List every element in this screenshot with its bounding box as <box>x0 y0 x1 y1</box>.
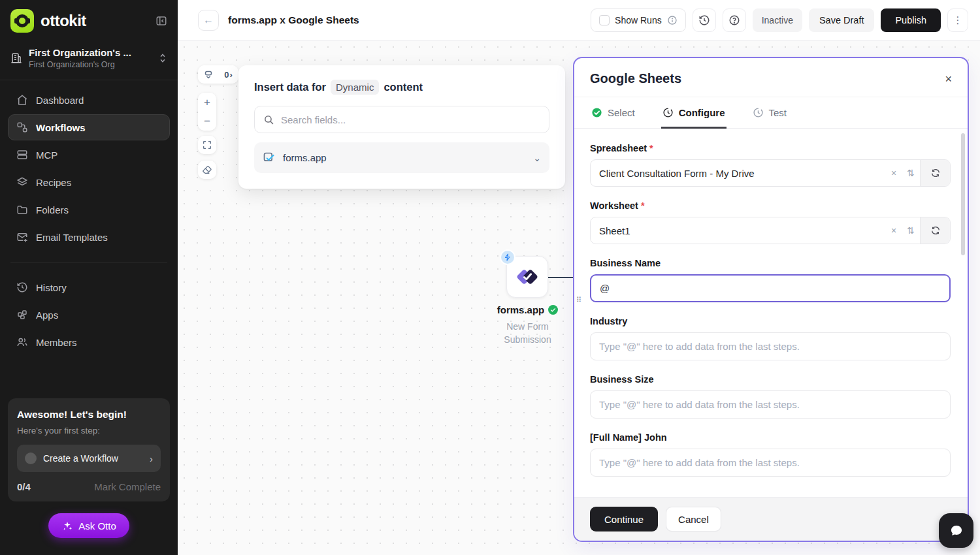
business-name-input[interactable] <box>590 274 951 302</box>
onboarding-title: Awesome! Let's begin! <box>17 409 161 420</box>
close-panel-button[interactable]: × <box>945 73 952 85</box>
sidebar-item-workflows[interactable]: Workflows <box>8 114 170 140</box>
worksheet-select[interactable]: Sheet1 × ⇅ <box>590 217 951 244</box>
sidebar-item-mcp[interactable]: MCP <box>8 142 170 168</box>
refresh-spreadsheets-button[interactable] <box>920 160 950 186</box>
onboarding-step-create-workflow[interactable]: Create a Workflow › <box>17 445 161 472</box>
canvas-toolbar-top: 0› <box>198 65 238 84</box>
help-button[interactable] <box>723 8 746 32</box>
version-history-button[interactable] <box>693 8 716 32</box>
runs-count: 0 <box>224 70 229 80</box>
more-options-button[interactable]: ⋮ <box>947 8 968 32</box>
refresh-icon <box>930 225 941 236</box>
sidebar-collapse-button[interactable] <box>155 15 167 27</box>
panel-scrollbar[interactable] <box>961 133 965 255</box>
tab-configure[interactable]: Configure <box>661 97 727 129</box>
field-business-size: Business Size <box>590 374 951 419</box>
business-size-input[interactable] <box>590 390 951 419</box>
folder-icon <box>16 204 28 215</box>
search-icon <box>263 114 274 125</box>
sidebar-item-folders[interactable]: Folders <box>8 197 170 223</box>
step-status-circle <box>25 452 37 464</box>
save-draft-button[interactable]: Save Draft <box>809 8 875 32</box>
layers-icon <box>16 176 28 188</box>
chevron-up-down-icon <box>158 53 167 63</box>
onboarding-progress: 0/4 <box>17 481 31 492</box>
show-runs-toggle[interactable]: Show Runs <box>591 8 686 32</box>
check-circle-icon <box>591 107 602 118</box>
brand-name: ottokit <box>41 12 155 30</box>
workflow-canvas[interactable]: 0› + − Insert data for D <box>178 40 980 555</box>
clear-selection-icon[interactable]: × <box>886 217 902 244</box>
ottokit-logo-icon <box>10 9 34 33</box>
sidebar-item-recipes[interactable]: Recipes <box>8 169 170 195</box>
chat-widget-button[interactable] <box>939 513 973 548</box>
app-group-label: forms.app <box>283 152 526 163</box>
server-icon <box>16 149 28 161</box>
sidebar-item-label: Workflows <box>36 122 86 133</box>
search-fields-input[interactable] <box>281 114 540 125</box>
main-area: ← forms.app x Google Sheets Show Runs In… <box>178 0 980 555</box>
full-name-input[interactable] <box>590 449 951 477</box>
org-name: First Organization's ... <box>29 47 152 58</box>
google-sheets-config-panel: Google Sheets × Select Configure <box>573 57 969 542</box>
continue-button[interactable]: Continue <box>590 507 658 531</box>
org-switcher[interactable]: First Organization's ... First Organizat… <box>0 40 178 80</box>
sidebar-item-label: Email Templates <box>36 232 108 243</box>
select-chevrons-icon[interactable]: ⇅ <box>902 217 920 244</box>
tab-test[interactable]: Test <box>751 97 789 129</box>
clear-selection-icon[interactable]: × <box>886 160 902 186</box>
fit-view-button[interactable] <box>198 136 216 154</box>
eraser-button[interactable] <box>198 161 216 179</box>
info-icon <box>667 15 678 25</box>
ask-otto-button[interactable]: Ask Otto <box>48 513 129 538</box>
field-industry: Industry <box>590 316 951 360</box>
minimap-toggle-button[interactable] <box>198 65 218 84</box>
sidebar-item-apps[interactable]: Apps <box>8 302 170 328</box>
node-labels: forms.app New Form Submission <box>490 304 565 347</box>
back-button[interactable]: ← <box>198 10 219 31</box>
zoom-out-button[interactable]: − <box>198 112 216 131</box>
trigger-node-forms-app[interactable] <box>506 256 548 298</box>
sidebar-nav-primary: Dashboard Workflows MCP Recipes Folders … <box>0 80 178 257</box>
panel-tabs: Select Configure Test <box>574 97 968 129</box>
ask-otto-label: Ask Otto <box>78 520 116 531</box>
mark-complete-button[interactable]: Mark Complete <box>94 481 161 492</box>
industry-input[interactable] <box>590 332 951 360</box>
panel-collapse-icon <box>155 15 167 27</box>
sidebar-divider <box>10 262 167 262</box>
publish-button[interactable]: Publish <box>881 8 941 32</box>
select-chevrons-icon[interactable]: ⇅ <box>902 160 920 186</box>
zoom-in-button[interactable]: + <box>198 93 216 112</box>
sidebar-item-dashboard[interactable]: Dashboard <box>8 87 170 113</box>
panel-drag-handle[interactable]: ⠿ <box>576 298 584 302</box>
mail-plus-icon <box>16 231 28 243</box>
required-mark: * <box>649 143 653 153</box>
tab-select[interactable]: Select <box>590 97 636 129</box>
insert-popup-title: Insert data for Dynamic content <box>254 80 549 95</box>
refresh-worksheets-button[interactable] <box>920 217 950 244</box>
field-full-name: [Full Name] John <box>590 432 951 477</box>
spreadsheet-select[interactable]: Client Consultation Form - My Drive × ⇅ <box>590 159 951 187</box>
apps-grid-icon <box>16 309 28 321</box>
clock-pending-icon <box>753 107 764 118</box>
trigger-lightning-badge <box>500 249 515 265</box>
sidebar-item-email-templates[interactable]: Email Templates <box>8 224 170 250</box>
node-trigger-name: New Form Submission <box>490 320 565 347</box>
node-app-name: forms.app <box>497 304 545 315</box>
onboarding-subtitle: Here's your first step: <box>17 426 161 436</box>
sidebar-item-history[interactable]: History <box>8 274 170 300</box>
clock-pending-icon <box>662 107 674 118</box>
sidebar-item-label: History <box>36 282 67 293</box>
brand-row: ottokit <box>0 0 178 40</box>
sidebar-item-members[interactable]: Members <box>8 329 170 355</box>
arrow-left-icon: ← <box>203 14 214 26</box>
runs-panel-toggle-button[interactable]: 0› <box>218 65 238 84</box>
forms-app-fields-group[interactable]: forms.app ⌄ <box>254 142 549 173</box>
app-root: ottokit First Organization's ... First O… <box>0 0 980 555</box>
form-check-icon <box>263 151 276 165</box>
kebab-icon: ⋮ <box>953 14 963 25</box>
cancel-button[interactable]: Cancel <box>666 507 721 531</box>
sidebar-nav-secondary: History Apps Members <box>0 268 178 362</box>
show-runs-checkbox[interactable] <box>599 15 610 25</box>
